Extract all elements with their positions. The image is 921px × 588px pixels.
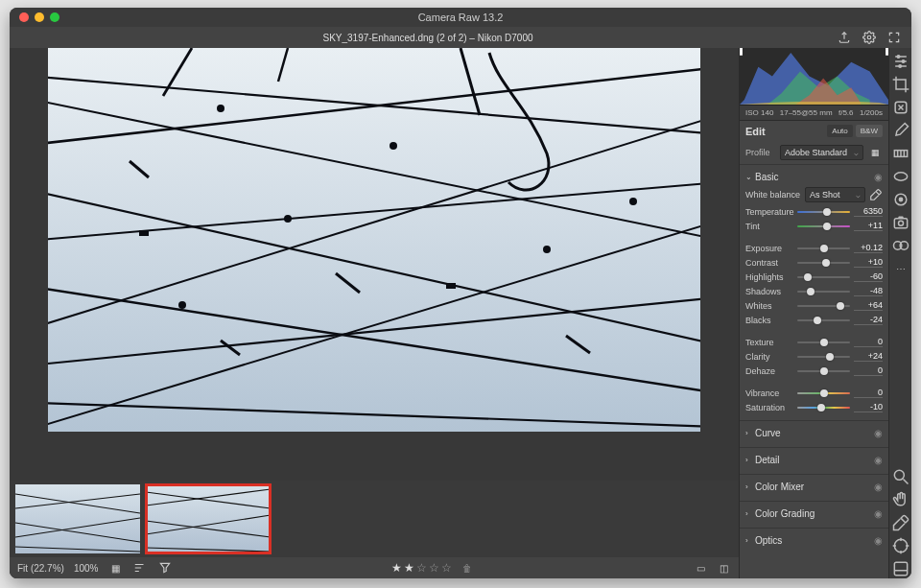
star-icon[interactable]: ★ (391, 561, 402, 575)
zoom-fit-button[interactable]: Fit (22.7%) (17, 563, 64, 574)
compare-view-icon[interactable]: ◫ (716, 560, 731, 576)
whites-slider[interactable] (797, 301, 850, 311)
color-mixer-header[interactable]: ›Color Mixer◉ (745, 479, 883, 495)
clarity-value[interactable]: +24 (854, 351, 883, 362)
svg-point-67 (894, 539, 907, 552)
star-icon[interactable]: ☆ (416, 561, 427, 575)
eye-icon[interactable]: ◉ (874, 172, 883, 182)
shadows-value[interactable]: -48 (854, 286, 883, 296)
svg-line-7 (48, 115, 700, 326)
zoom-100-button[interactable]: 100% (74, 563, 99, 574)
tint-slider[interactable] (797, 222, 850, 231)
blacks-slider[interactable] (797, 316, 850, 325)
dehaze-slider[interactable] (797, 366, 850, 376)
window-title: Camera Raw 13.2 (10, 12, 911, 23)
hand-tool-icon[interactable] (891, 490, 910, 509)
texture-slider[interactable] (797, 338, 850, 347)
clarity-slider[interactable] (797, 352, 850, 362)
chevron-right-icon: › (745, 456, 755, 464)
exif-iso: ISO 140 (745, 108, 773, 117)
zoom-tool-icon[interactable] (891, 467, 910, 486)
single-view-icon[interactable]: ▭ (693, 560, 708, 576)
radial-tool-icon[interactable] (891, 167, 910, 186)
star-rating[interactable]: ★ ★ ☆ ☆ ☆ 🗑 (173, 560, 693, 576)
temperature-slider[interactable] (797, 207, 850, 217)
toggle-panels-icon[interactable] (891, 559, 910, 578)
sort-icon[interactable] (132, 560, 148, 576)
edit-tool-icon[interactable] (891, 52, 910, 71)
eye-icon[interactable]: ◉ (874, 455, 883, 465)
whites-value[interactable]: +64 (854, 300, 883, 311)
fullscreen-icon[interactable] (886, 30, 902, 45)
filmstrip-thumb-active[interactable] (146, 484, 271, 553)
gradient-tool-icon[interactable] (891, 144, 910, 163)
star-icon[interactable]: ☆ (441, 561, 452, 575)
temperature-value[interactable]: 6350 (854, 206, 883, 217)
eye-icon[interactable]: ◉ (874, 428, 883, 438)
profile-value: Adobe Standard (785, 148, 847, 157)
svg-line-4 (48, 192, 700, 345)
shadows-slider[interactable] (797, 287, 850, 296)
exposure-label: Exposure (745, 244, 793, 253)
eye-icon[interactable]: ◉ (874, 508, 883, 519)
target-tool-icon[interactable] (891, 536, 910, 555)
crop-tool-icon[interactable] (891, 75, 910, 94)
vibrance-label: Vibrance (745, 388, 793, 398)
brush-tool-icon[interactable] (891, 121, 910, 140)
blacks-value[interactable]: -24 (854, 315, 883, 325)
contrast-slider[interactable] (797, 258, 850, 268)
star-icon[interactable]: ★ (404, 561, 414, 575)
profile-browser-icon[interactable]: ▦ (867, 145, 883, 160)
edit-label: Edit (745, 126, 824, 137)
blacks-label: Blacks (745, 316, 793, 325)
settings-gear-icon[interactable] (862, 30, 877, 45)
wb-dropdown[interactable]: As Shot ⌵ (805, 187, 865, 202)
exposure-value[interactable]: +0.12 (854, 243, 883, 253)
chevron-down-icon: ⌄ (745, 173, 755, 181)
heal-tool-icon[interactable] (891, 98, 910, 117)
saturation-value[interactable]: -10 (854, 402, 883, 412)
profile-label: Profile (745, 148, 776, 157)
highlights-value[interactable]: -60 (854, 271, 883, 282)
grid-view-icon[interactable]: ▦ (107, 560, 123, 576)
star-icon[interactable]: ☆ (429, 561, 439, 575)
edit-header: Edit Auto B&W (740, 121, 888, 141)
filmstrip-thumb[interactable] (15, 484, 140, 553)
eye-icon[interactable]: ◉ (874, 535, 883, 546)
basic-section: ⌄ Basic ◉ White balance As Shot ⌵ (740, 164, 888, 420)
vibrance-slider[interactable] (797, 388, 850, 398)
clear-rating-icon[interactable]: 🗑 (460, 560, 475, 576)
preview-area[interactable] (10, 48, 739, 481)
color-grading-header[interactable]: ›Color Grading◉ (745, 506, 883, 522)
tint-value[interactable]: +11 (854, 221, 883, 231)
more-tool-icon[interactable]: ⋯ (891, 259, 910, 278)
sampler-tool-icon[interactable] (891, 513, 910, 532)
eye-icon[interactable]: ◉ (874, 482, 883, 492)
optics-header[interactable]: ›Optics◉ (745, 532, 883, 549)
histogram[interactable] (740, 48, 888, 106)
presets-tool-icon[interactable] (891, 236, 910, 255)
chevron-right-icon: › (745, 429, 755, 437)
auto-button[interactable]: Auto (827, 125, 852, 137)
basic-header[interactable]: ⌄ Basic ◉ (745, 169, 883, 185)
contrast-value[interactable]: +10 (854, 257, 883, 268)
bw-button[interactable]: B&W (856, 125, 883, 137)
curve-header[interactable]: ›Curve◉ (745, 425, 883, 441)
whites-label: Whites (745, 301, 793, 311)
wb-eyedropper-icon[interactable] (869, 187, 883, 202)
detail-header[interactable]: ›Detail◉ (745, 452, 883, 468)
redeye-tool-icon[interactable] (891, 190, 910, 209)
exposure-slider[interactable] (797, 244, 850, 253)
saturation-slider[interactable] (797, 403, 850, 412)
texture-value[interactable]: 0 (854, 337, 883, 347)
highlights-slider[interactable] (797, 272, 850, 282)
snapshot-tool-icon[interactable] (891, 213, 910, 232)
svg-line-34 (146, 515, 271, 534)
filter-icon[interactable] (157, 560, 173, 576)
vibrance-value[interactable]: 0 (854, 388, 883, 398)
svg-point-19 (390, 142, 397, 150)
dehaze-value[interactable]: 0 (854, 365, 883, 376)
export-icon[interactable] (837, 30, 852, 45)
clarity-label: Clarity (745, 352, 793, 362)
profile-dropdown[interactable]: Adobe Standard ⌵ (780, 145, 863, 160)
